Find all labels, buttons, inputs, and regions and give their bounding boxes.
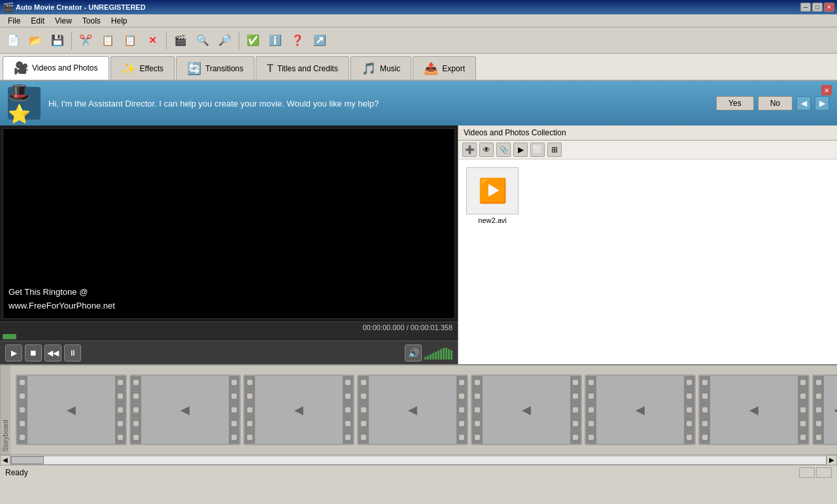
film-holes-left-4 <box>358 376 369 444</box>
paste-button[interactable]: 📋 <box>120 30 141 51</box>
separator-2 <box>166 31 167 50</box>
film-strip-3[interactable]: ◀ <box>243 375 354 445</box>
collection-play-button[interactable]: ▶ <box>513 143 528 157</box>
horizontal-scrollbar[interactable]: ◀ ▶ <box>0 454 837 465</box>
film-content-4: ◀ <box>369 376 456 444</box>
item-thumb-new2avi: ▶️ <box>466 167 519 214</box>
film-strip-6[interactable]: ◀ <box>585 375 696 445</box>
scroll-left-button[interactable]: ◀ <box>0 455 10 465</box>
collection-view-button[interactable]: 👁 <box>479 143 494 157</box>
menu-edit[interactable]: Edit <box>26 16 50 26</box>
assistant-icon: 🎩⭐ <box>8 87 41 120</box>
menu-file[interactable]: File <box>3 16 26 26</box>
assistant-prev-button[interactable]: ◀ <box>796 96 811 110</box>
main-content: Get This Ringtone @ www.FreeForYourPhone… <box>0 126 837 364</box>
collection-expand-button[interactable]: ⬜ <box>530 143 545 157</box>
film-holes-right-4 <box>456 376 467 444</box>
tab-music[interactable]: 🎵 Music <box>350 56 411 80</box>
delete-button[interactable]: ✕ <box>142 30 163 51</box>
controls-bar: ▶ ⏹ ◀◀ ⏸ 🔊 <box>0 341 458 364</box>
film-content-7: ◀ <box>710 376 798 444</box>
film-strip-4[interactable]: ◀ <box>357 375 468 445</box>
scroll-thumb[interactable] <box>11 456 44 464</box>
collection-clip-button[interactable]: 📎 <box>496 143 511 157</box>
find-button[interactable]: 🔍 <box>192 30 213 51</box>
video-watermark: Get This Ringtone @ www.FreeForYourPhone… <box>9 286 115 313</box>
watermark-line2: www.FreeForYourPhone.net <box>9 299 115 313</box>
effects-tab-icon: ✨ <box>122 61 136 76</box>
collection-add-button[interactable]: ➕ <box>462 143 477 157</box>
collection-header: Videos and Photos Collection <box>458 126 837 141</box>
time-display: 00:00:00.000 / 00:00:01.358 <box>0 322 458 333</box>
tab-export[interactable]: 📤 Export <box>413 56 476 80</box>
maximize-button[interactable]: □ <box>812 3 823 12</box>
copy-button[interactable]: 📋 <box>97 30 118 51</box>
preview-area: Get This Ringtone @ www.FreeForYourPhone… <box>0 126 458 364</box>
film-holes-left-7 <box>700 376 710 444</box>
volume-bars[interactable] <box>424 346 453 360</box>
assistant-next-button[interactable]: ▶ <box>815 96 829 110</box>
vol-bar-7 <box>440 349 442 360</box>
tab-titles[interactable]: T Titles and Credits <box>256 56 349 80</box>
menu-bar: File Edit View Tools Help <box>0 14 837 27</box>
assistant-close-button[interactable]: ✕ <box>821 85 832 95</box>
tab-effects[interactable]: ✨ Effects <box>111 56 175 80</box>
menu-help[interactable]: Help <box>106 16 133 26</box>
collection-grid-button[interactable]: ⊞ <box>547 143 562 157</box>
tab-transitions[interactable]: 🔄 Transitions <box>176 56 254 80</box>
storyboard-label: Storyboard <box>0 365 10 454</box>
vol-bar-11 <box>451 350 453 360</box>
film-holes-left-2 <box>131 376 141 444</box>
close-button[interactable]: ✕ <box>824 3 834 12</box>
volume-icon[interactable]: 🔊 <box>405 344 422 361</box>
film-strip-7[interactable]: ◀ <box>698 375 810 445</box>
videos-tab-icon: 🎥 <box>14 61 28 75</box>
info-button[interactable]: ℹ️ <box>265 30 286 51</box>
scroll-track[interactable] <box>10 456 827 465</box>
progress-bar-area[interactable] <box>0 333 458 341</box>
tab-videos[interactable]: 🎥 Videos and Photos <box>3 56 109 80</box>
help-button[interactable]: ❓ <box>287 30 308 51</box>
status-btn-2[interactable] <box>816 467 832 478</box>
tab-titles-label: Titles and Credits <box>277 64 338 73</box>
film-strip-5[interactable]: ◀ <box>471 375 582 445</box>
film-holes-right-5 <box>570 376 581 444</box>
vol-bar-3 <box>430 354 432 360</box>
title-bar: 🎬 Auto Movie Creator - UNREGISTERED ─ □ … <box>0 0 837 14</box>
status-btn-1[interactable] <box>799 467 815 478</box>
film-holes-right-1 <box>115 376 126 444</box>
watermark-line1: Get This Ringtone @ <box>9 286 115 299</box>
status-text: Ready <box>5 468 28 477</box>
assistant-no-button[interactable]: No <box>758 96 793 110</box>
toolbar: 📄 📂 💾 ✂️ 📋 📋 ✕ 🎬 🔍 🔎 ✅ ℹ️ ❓ ↗️ <box>0 27 837 54</box>
minimize-button[interactable]: ─ <box>800 3 811 12</box>
title-bar-controls: ─ □ ✕ <box>800 3 834 12</box>
check-button[interactable]: ✅ <box>243 30 264 51</box>
film-strip-8[interactable]: ◀ <box>812 375 837 445</box>
tab-bar: 🎥 Videos and Photos ✨ Effects 🔄 Transiti… <box>0 54 837 81</box>
zoom-button[interactable]: 🔎 <box>214 30 235 51</box>
film-holes-left-5 <box>472 376 483 444</box>
film-strip-2[interactable]: ◀ <box>129 375 241 445</box>
rewind-button[interactable]: ◀◀ <box>44 344 61 361</box>
status-right <box>799 467 832 478</box>
play-button[interactable]: ▶ <box>5 344 22 361</box>
save-button[interactable]: 💾 <box>47 30 68 51</box>
new-button[interactable]: 📄 <box>3 30 24 51</box>
open-button[interactable]: 📂 <box>25 30 46 51</box>
vol-bar-1 <box>424 357 426 360</box>
menu-view[interactable]: View <box>50 16 77 26</box>
film-strip-1[interactable]: ◀ <box>16 375 127 445</box>
export-button[interactable]: ↗️ <box>309 30 330 51</box>
movie-button[interactable]: 🎬 <box>170 30 191 51</box>
assistant-bar: 🎩⭐ Hi, I'm the Assistant Director. I can… <box>0 81 837 126</box>
stop-button[interactable]: ⏹ <box>25 344 42 361</box>
collection-item-new2avi[interactable]: ▶️ new2.avi <box>464 165 521 227</box>
vol-bar-4 <box>432 353 434 360</box>
menu-tools[interactable]: Tools <box>77 16 106 26</box>
scroll-right-button[interactable]: ▶ <box>827 455 837 465</box>
cut-button[interactable]: ✂️ <box>75 30 96 51</box>
pause-button[interactable]: ⏸ <box>64 344 81 361</box>
storyboard-scroll[interactable]: ◀ ◀ <box>10 365 837 454</box>
assistant-yes-button[interactable]: Yes <box>716 96 754 110</box>
